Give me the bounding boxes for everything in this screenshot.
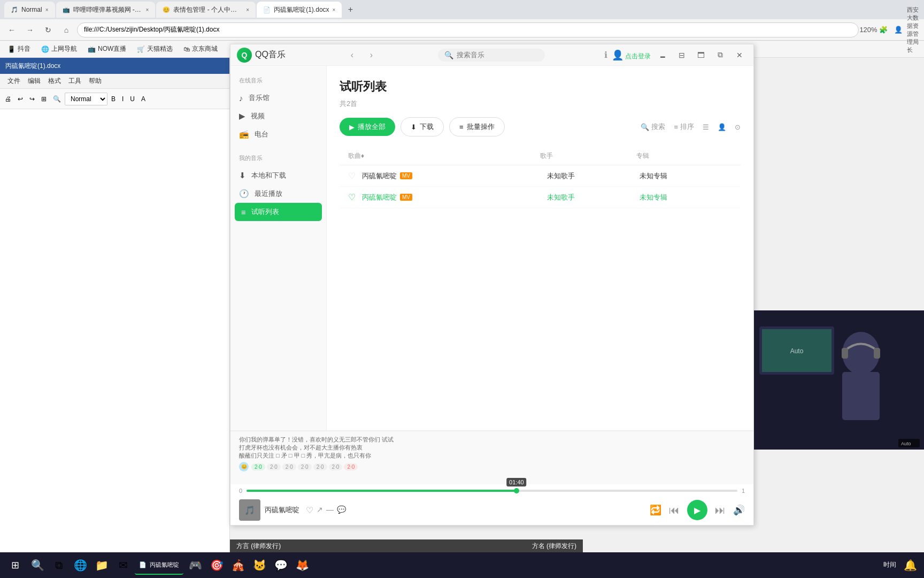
sidebar-item-local-download[interactable]: ⬇ 本地和下载 (230, 166, 326, 185)
tab-close-docx[interactable]: × (333, 7, 336, 13)
new-tab-button[interactable]: + (343, 2, 358, 17)
qq-back-button[interactable]: ‹ (344, 48, 359, 63)
batch-button[interactable]: ≡ 批量操作 (449, 117, 505, 136)
qq-maximize-button[interactable]: 🗖 (694, 48, 709, 63)
tab-bilibili[interactable]: 📺 哔哩哔哩弹幕视频网 - ( · · )つロ × (56, 2, 156, 18)
home-button[interactable]: ⌂ (59, 22, 74, 37)
lyrics-area: 你们我的弹幕单了！没错，喜欢时的义无三郎不管你们 试试 打虎牙杯也没有机会会，对… (230, 431, 753, 484)
sidebar-item-recent[interactable]: 🕐 最近播放 (230, 185, 326, 203)
word-menu-help[interactable]: 帮助 (86, 75, 105, 87)
search-doc-button[interactable]: 🔍 (50, 92, 64, 106)
word-menu-edit[interactable]: 编辑 (25, 75, 44, 87)
chat-button[interactable]: 💬 (337, 505, 346, 515)
sidebar-item-radio[interactable]: 📻 电台 (230, 125, 326, 143)
tab-close-bilibili-link[interactable]: × (246, 7, 249, 13)
taskbar-app-2[interactable]: 🦊 (292, 556, 312, 575)
qq-forward-button[interactable]: › (364, 48, 379, 63)
reload-button[interactable]: ↻ (41, 22, 56, 37)
comment-line-3: 酸蘸们只关注 □ 矛 □ 甲 □ 秀，甲亢是病，也只有你 (239, 452, 745, 460)
heart-icon-2[interactable]: ♡ (348, 192, 356, 202)
style-dropdown[interactable]: Normal (65, 93, 107, 105)
download-button[interactable]: ⬇ 下载 (401, 117, 444, 136)
progress-thumb[interactable] (514, 488, 519, 493)
heart-icon-1[interactable]: ♡ (348, 171, 356, 181)
taskbar-wechat[interactable]: 💬 (271, 556, 290, 575)
sidebar-item-video[interactable]: ▶ 视频 (230, 107, 326, 125)
bookmark-wangdao[interactable]: 🌐 上网导航 (38, 43, 80, 55)
layout-button[interactable]: ⊞ (38, 92, 49, 106)
undo-button[interactable]: ↩ (15, 92, 26, 106)
italic-button[interactable]: I (119, 92, 126, 106)
taskbar-game-3[interactable]: 🐱 (250, 556, 269, 575)
word-menu-tools[interactable]: 工具 (65, 75, 84, 87)
bold-button[interactable]: B (109, 92, 118, 106)
sidebar-item-music-hall[interactable]: ♪ 音乐馆 (230, 89, 326, 107)
bookmark-jd[interactable]: 🛍 京东商城 (180, 43, 221, 55)
table-row[interactable]: ♡ 丙硫氰嘧啶 MV 未知歌手 未知专辑 (340, 187, 741, 208)
qq-search-box[interactable]: 🔍 (438, 49, 545, 62)
progress-bar[interactable]: 01:40 (247, 490, 737, 492)
filter-button[interactable]: 👤 (718, 123, 726, 131)
word-menu-format[interactable]: 格式 (45, 75, 64, 87)
volume-button[interactable]: 🔊 (733, 504, 745, 516)
taskbar-search[interactable]: 🔍 (28, 556, 47, 575)
comment-line-1: 你们我的弹幕单了！没错，喜欢时的义无三郎不管你们 试试 (239, 436, 745, 444)
start-button[interactable]: ⊞ (4, 554, 26, 576)
taskbar-steam[interactable]: 🎮 (186, 556, 205, 575)
print-button[interactable]: 🖨 (2, 92, 14, 106)
word-menu-file[interactable]: 文件 (4, 75, 24, 87)
taskbar-mail[interactable]: ✉ (113, 556, 133, 575)
repeat-button[interactable]: 🔁 (650, 504, 661, 516)
back-button[interactable]: ← (4, 22, 19, 37)
forward-button[interactable]: → (22, 22, 37, 37)
more-button[interactable]: ⊙ (735, 123, 741, 131)
taskbar-edge[interactable]: 🌐 (71, 556, 90, 575)
qq-music-window: Q QQ音乐 ‹ › 🔍 ℹ 👤 点击登录 🗕 ⊟ 🗖 ⧉ ✕ (230, 44, 754, 526)
search-action-button[interactable]: 🔍 搜索 (641, 122, 665, 132)
taskbar-explorer[interactable]: 📁 (92, 556, 111, 575)
qq-restore-button[interactable]: ⧉ (713, 48, 728, 63)
tab-close-bilibili[interactable]: × (146, 7, 149, 13)
play-pause-button[interactable]: ▶ (687, 500, 707, 520)
bookmark-now[interactable]: 📺 NOW直播 (84, 43, 129, 55)
view-toggle-button[interactable]: ☰ (703, 123, 709, 131)
qq-minimize-button[interactable]: 🗕 (655, 48, 670, 63)
tab-normal[interactable]: 🎵 Normal × (4, 2, 55, 18)
taskbar-task-view[interactable]: ⧉ (49, 556, 68, 575)
play-all-icon: ▶ (349, 123, 355, 131)
prev-button[interactable]: ⏮ (669, 504, 680, 516)
bookmark-tmall[interactable]: 🛒 天猫精选 (134, 43, 176, 55)
time-tooltip: 01:40 (506, 478, 527, 486)
underline-button[interactable]: U (127, 92, 137, 106)
emoji-avatars: 😊 (239, 462, 250, 471)
info-icon[interactable]: ℹ (604, 50, 607, 60)
sort-action-button[interactable]: ≡ 排序 (674, 122, 694, 132)
table-row[interactable]: ♡ 丙硫氰嘧啶 MV 未知歌手 未知专辑 (340, 165, 741, 187)
share-button[interactable]: ↗ (317, 505, 323, 515)
sidebar-item-preview-list[interactable]: ≡ 试听列表 (235, 203, 322, 221)
tab-bilibili-link[interactable]: 😊 表情包管理 - 个人中心 - bilibili link × (156, 2, 256, 18)
qq-close-button[interactable]: ✕ (732, 48, 747, 63)
redo-button[interactable]: ↪ (27, 92, 37, 106)
profile-icon[interactable]: 👤 (892, 24, 905, 36)
taskbar-game-2[interactable]: 🎪 (228, 556, 248, 575)
tab-close-normal[interactable]: × (45, 7, 49, 13)
taskbar-game-1[interactable]: 🎯 (207, 556, 226, 575)
next-button[interactable]: ⏭ (715, 504, 726, 516)
more-format-button[interactable]: A (138, 92, 148, 106)
taskbar-word[interactable]: 📄 丙硫氰嘧啶 (135, 556, 183, 575)
address-input[interactable] (77, 22, 859, 37)
qq-search-input[interactable] (457, 51, 537, 59)
taskbar-notifications[interactable]: 🔔 (900, 556, 920, 575)
tab-docx[interactable]: 📄 丙硫氰嘧啶(1).docx × (257, 2, 342, 18)
extensions-icon[interactable]: 🧩 (877, 24, 890, 36)
qq-tile-view-button[interactable]: ⊟ (674, 48, 689, 63)
emoji-count-5: 2·0 (313, 463, 327, 470)
play-all-button[interactable]: ▶ 播放全部 (340, 118, 395, 136)
qq-login-button[interactable]: 👤 点击登录 (612, 49, 651, 61)
zoom-level[interactable]: 120% (862, 24, 875, 36)
minus-button[interactable]: — (326, 505, 334, 515)
search-engine-icon[interactable]: 西安大数据资源管理局长 (907, 24, 920, 36)
like-button[interactable]: ♡ (306, 505, 313, 515)
bookmark-douyin[interactable]: 📱 抖音 (4, 43, 34, 55)
